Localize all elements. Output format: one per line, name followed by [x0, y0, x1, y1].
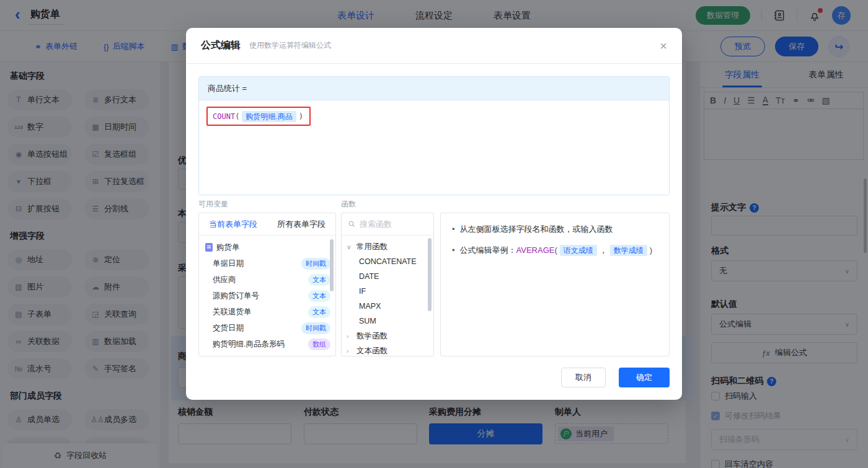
function-item[interactable]: IF	[342, 284, 433, 299]
tab-all-form-fields[interactable]: 所有表单字段	[267, 213, 335, 235]
function-group-common[interactable]: ∨常用函数	[342, 239, 433, 254]
formula-field-chip: 购货明细.商品	[242, 111, 296, 122]
functions-panel: 搜索函数 ∨常用函数 CONCATENATE DATE IF MAPX SUM …	[341, 213, 434, 356]
function-item[interactable]: DATE	[342, 269, 433, 284]
function-search-input[interactable]: 搜索函数	[342, 213, 433, 236]
type-badge: 时间戳	[301, 322, 330, 334]
function-item[interactable]: SUM	[342, 314, 433, 329]
variable-row[interactable]: 购货明细.商品条形码数组	[199, 336, 335, 352]
example-field-chip: 数学成绩	[610, 245, 647, 256]
tab-current-form-fields[interactable]: 当前表单字段	[199, 213, 267, 235]
formula-help-panel: • 从左侧面板选择字段名和函数，或输入函数 • 公式编辑举例：AVERAGE(语…	[440, 213, 670, 356]
type-badge: 文本	[308, 274, 330, 286]
variable-tree-root[interactable]: 购货单	[199, 239, 335, 255]
formula-editor: 商品统计 = COUNT(购货明细.商品)	[198, 76, 670, 195]
search-icon	[348, 220, 356, 228]
function-group-math[interactable]: ›数学函数	[342, 329, 433, 343]
confirm-button[interactable]: 确定	[619, 368, 670, 387]
close-icon[interactable]: ×	[660, 40, 667, 52]
app-window: ‹ 购货单 表单设计 流程设定 表单设置 数据管理 存 ⚭ 表单	[0, 0, 868, 468]
example-field-chip: 语文成绩	[560, 245, 597, 256]
form-doc-icon	[205, 243, 213, 252]
variable-row[interactable]: 关联退货单文本	[199, 304, 335, 320]
caret-down-icon: ∨	[347, 244, 353, 250]
help-tip-2: • 公式编辑举例：AVERAGE(语文成绩，数学成绩)	[452, 244, 658, 257]
formula-edit-dialog: 公式编辑 使用数学运算符编辑公式 × 商品统计 = COUNT(购货明细.商品)…	[186, 28, 682, 400]
dialog-title: 公式编辑	[201, 39, 241, 52]
functions-label: 函数	[341, 199, 356, 210]
cancel-button[interactable]: 取消	[561, 368, 606, 387]
formula-input-area[interactable]: COUNT(购货明细.商品)	[199, 100, 669, 132]
type-badge: 时间戳	[301, 258, 330, 270]
help-tip-1: • 从左侧面板选择字段名和函数，或输入函数	[452, 223, 658, 236]
function-group-text[interactable]: ›文本函数	[342, 343, 433, 356]
type-badge: 文本	[308, 290, 330, 302]
variables-label: 可用变量	[198, 199, 228, 210]
function-item[interactable]: MAPX	[342, 299, 433, 314]
variable-row[interactable]: 供应商文本	[199, 272, 335, 288]
variable-row[interactable]: 源购货订单号文本	[199, 288, 335, 304]
scrollbar-thumb[interactable]	[330, 239, 334, 291]
example-function-name: AVERAGE	[516, 245, 555, 255]
annotation-highlight-box: COUNT(购货明细.商品)	[206, 107, 311, 126]
function-item[interactable]: CONCATENATE	[342, 254, 433, 269]
formula-function-name: COUNT	[213, 112, 235, 121]
variable-row[interactable]: 交货日期时间戳	[199, 320, 335, 336]
type-badge: 数组	[308, 338, 330, 350]
formula-target-field: 商品统计 =	[199, 77, 669, 100]
variables-panel: 当前表单字段 所有表单字段 购货单 单据日期时间戳 供应商文本 源购货订单号文本…	[198, 213, 336, 356]
dialog-subtitle: 使用数学运算符编辑公式	[249, 40, 331, 51]
scrollbar-thumb[interactable]	[428, 238, 432, 311]
type-badge: 文本	[308, 306, 330, 318]
variable-row[interactable]: 单据日期时间戳	[199, 255, 335, 272]
caret-right-icon: ›	[347, 333, 353, 340]
search-placeholder: 搜索函数	[360, 219, 392, 230]
caret-right-icon: ›	[347, 348, 353, 355]
